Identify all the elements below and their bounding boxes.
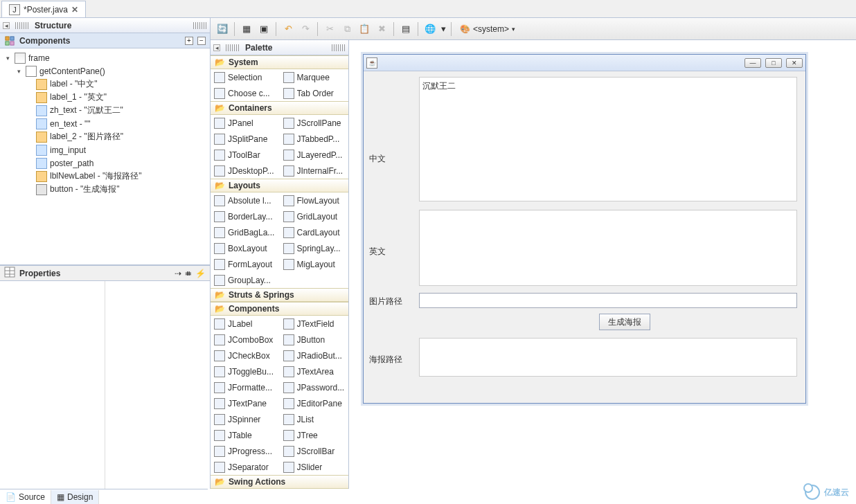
globe-icon[interactable]: 🌐 xyxy=(422,21,438,37)
tree-node-label_2[interactable]: label_2 - "图片路径" xyxy=(3,130,207,143)
palette-item[interactable]: JTextField xyxy=(280,316,349,332)
palette-item[interactable]: BorderLay... xyxy=(211,208,280,224)
palette-item[interactable]: GridLayout xyxy=(280,208,349,224)
label-en[interactable]: 英文 xyxy=(369,246,386,258)
palette-item[interactable]: JEditorPane xyxy=(280,395,349,411)
form-content[interactable]: 沉默王二 中文 英文 图片路径 生成海报 海报路径 xyxy=(364,71,805,403)
generate-button[interactable]: 生成海报 xyxy=(599,314,650,330)
externalize-icon[interactable]: ▤ xyxy=(398,21,413,37)
palette-item[interactable]: Marquee xyxy=(280,69,349,85)
tab-source[interactable]: 📄 Source xyxy=(0,490,51,504)
palette-group[interactable]: 📂Swing Actions xyxy=(211,475,348,489)
palette-item[interactable]: JInternalFr... xyxy=(280,163,349,179)
palette-item[interactable]: JSlider xyxy=(280,459,349,475)
form-titlebar[interactable]: ☕ ― □ ✕ xyxy=(364,55,805,71)
palette-group[interactable]: 📂Layouts xyxy=(211,179,348,192)
label-poster[interactable]: 海报路径 xyxy=(369,354,402,366)
palette-item[interactable]: JToggleBu... xyxy=(211,363,280,379)
palette-item[interactable]: JProgress... xyxy=(211,443,280,459)
palette-item[interactable]: JPassword... xyxy=(280,379,349,395)
tree-node-lblNewLabel[interactable]: lblNewLabel - "海报路径" xyxy=(3,170,207,183)
preview-icon[interactable]: ▣ xyxy=(256,21,271,37)
label-zh[interactable]: 中文 xyxy=(369,153,386,165)
palette-item[interactable]: JFormatte... xyxy=(211,379,280,395)
palette-item[interactable]: JComboBox xyxy=(211,332,280,348)
tree-node-contentpane[interactable]: ▾ getContentPane() xyxy=(3,64,207,78)
paste-icon[interactable]: 📋 xyxy=(357,21,372,37)
redo-icon[interactable]: ↷ xyxy=(298,21,313,37)
component-tree[interactable]: ▾ frame ▾ getContentPane() label - "中文"l… xyxy=(0,48,210,264)
look-and-feel-selector[interactable]: 🎨 <system> ▾ xyxy=(456,24,519,34)
tab-design[interactable]: ▦ Design xyxy=(51,490,99,504)
goto-definition-icon[interactable]: ⇢ xyxy=(175,269,181,278)
drag-grip-icon[interactable] xyxy=(332,44,346,51)
collapse-left-icon[interactable]: ◂ xyxy=(3,22,10,29)
palette-item[interactable]: JButton xyxy=(280,332,349,348)
label-img[interactable]: 图片路径 xyxy=(369,296,402,307)
zh-text[interactable]: 沉默王二 xyxy=(419,77,797,201)
palette-group[interactable]: 📂Struts & Springs xyxy=(211,288,348,302)
close-window-icon[interactable]: ✕ xyxy=(786,58,803,68)
palette-group[interactable]: 📂Containers xyxy=(211,101,348,115)
palette-item[interactable]: JCheckBox xyxy=(211,348,280,363)
tree-node-label_1[interactable]: label_1 - "英文" xyxy=(3,91,207,104)
maximize-icon[interactable]: □ xyxy=(765,58,782,68)
palette-item[interactable]: JSeparator xyxy=(211,459,280,475)
tree-node-label[interactable]: label - "中文" xyxy=(3,78,207,91)
tree-node-zh_text[interactable]: zh_text - "沉默王二" xyxy=(3,104,207,117)
palette-item[interactable]: JRadioBut... xyxy=(280,348,349,363)
test-icon[interactable]: ▦ xyxy=(239,21,254,37)
drag-grip-icon[interactable] xyxy=(226,44,240,51)
designer-surface[interactable]: ☕ ― □ ✕ 沉默王二 中文 英文 图片路径 xyxy=(349,40,856,489)
img-input[interactable] xyxy=(419,293,797,308)
minimize-icon[interactable]: ― xyxy=(744,58,761,68)
palette-item[interactable]: GroupLay... xyxy=(211,272,280,288)
tree-node-en_text[interactable]: en_text - "" xyxy=(3,117,207,130)
refresh-icon[interactable]: 🔄 xyxy=(215,21,230,37)
palette-item[interactable]: Absolute l... xyxy=(211,192,280,208)
palette-item[interactable]: JToolBar xyxy=(211,147,280,163)
palette-item[interactable]: FlowLayout xyxy=(280,192,349,208)
palette-group[interactable]: 📂Components xyxy=(211,302,348,316)
palette-item[interactable]: JLayeredP... xyxy=(280,147,349,163)
tree-node-frame[interactable]: ▾ frame xyxy=(3,51,207,64)
palette-item[interactable]: MigLayout xyxy=(280,256,349,272)
palette-body[interactable]: 📂SystemSelectionMarqueeChoose c...Tab Or… xyxy=(211,55,348,489)
palette-item[interactable]: JDesktopP... xyxy=(211,163,280,179)
drag-grip-icon[interactable] xyxy=(15,22,29,29)
palette-item[interactable]: JTextArea xyxy=(280,363,349,379)
show-events-icon[interactable]: ⚡ xyxy=(195,269,206,278)
palette-item[interactable]: JSpinner xyxy=(211,411,280,427)
form-window[interactable]: ☕ ― □ ✕ 沉默王二 中文 英文 图片路径 xyxy=(363,54,806,404)
dropdown-icon[interactable]: ▾ xyxy=(440,21,447,37)
collapse-all-icon[interactable]: − xyxy=(197,37,206,45)
palette-item[interactable]: JTabbedP... xyxy=(280,131,349,147)
palette-item[interactable]: BoxLayout xyxy=(211,240,280,256)
palette-item[interactable]: JTable xyxy=(211,427,280,443)
poster-path[interactable] xyxy=(419,338,797,377)
palette-item[interactable]: GridBagLa... xyxy=(211,224,280,240)
chevron-down-icon[interactable]: ▾ xyxy=(4,54,12,62)
palette-item[interactable]: JLabel xyxy=(211,316,280,332)
close-icon[interactable]: ✕ xyxy=(71,5,78,15)
palette-item[interactable]: JScrollPane xyxy=(280,115,349,131)
palette-item[interactable]: JTree xyxy=(280,427,349,443)
palette-item[interactable]: SpringLay... xyxy=(280,240,349,256)
show-advanced-icon[interactable]: ⩩ xyxy=(184,269,193,278)
tree-node-poster_path[interactable]: poster_path xyxy=(3,156,207,170)
palette-item[interactable]: CardLayout xyxy=(280,224,349,240)
palette-item[interactable]: JList xyxy=(280,411,349,427)
tree-node-img_input[interactable]: img_input xyxy=(3,143,207,156)
palette-item[interactable]: Choose c... xyxy=(211,85,280,101)
copy-icon[interactable]: ⧉ xyxy=(339,21,355,37)
editor-tab-poster[interactable]: J *Poster.java ✕ xyxy=(1,1,86,17)
drag-grip-icon[interactable] xyxy=(193,22,207,29)
cut-icon[interactable]: ✂ xyxy=(322,21,337,37)
expand-all-icon[interactable]: + xyxy=(185,37,193,45)
delete-icon[interactable]: ✖ xyxy=(374,21,389,37)
palette-item[interactable]: Tab Order xyxy=(280,85,349,101)
palette-item[interactable]: JPanel xyxy=(211,115,280,131)
undo-icon[interactable]: ↶ xyxy=(280,21,296,37)
palette-item[interactable]: Selection xyxy=(211,69,280,85)
palette-item[interactable]: FormLayout xyxy=(211,256,280,272)
